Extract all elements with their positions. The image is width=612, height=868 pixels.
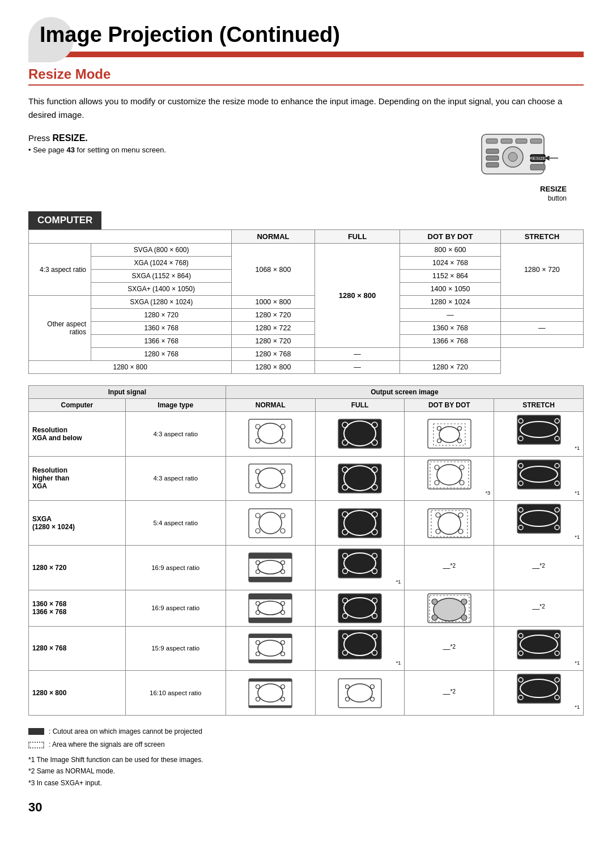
screen-normal-1360768 <box>226 590 315 626</box>
dbd-sxgaplus: 1400 × 1050 <box>400 283 500 296</box>
svg-rect-2 <box>501 139 512 143</box>
svg-rect-77 <box>431 510 468 537</box>
svg-point-107 <box>256 601 260 605</box>
table-row: 4:3 aspect ratio SVGA (800 × 600) 1068 ×… <box>29 244 584 257</box>
image-type-54: 5:4 aspect ratio <box>125 501 226 546</box>
screen-normal-xga <box>226 412 315 457</box>
title-accent-bar <box>28 52 584 57</box>
computer-1280800: 1280 × 800 <box>29 671 126 716</box>
normal-1280768: 1280 × 768 <box>232 348 314 361</box>
svg-rect-12 <box>530 164 545 170</box>
table-row: 1366 × 768 1280 × 720 1366 × 768 <box>29 335 584 348</box>
aspect-label-43: 4:3 aspect ratio <box>29 244 91 296</box>
stretch-1366768 <box>500 335 583 348</box>
svg-point-157 <box>370 697 374 701</box>
svg-point-110 <box>281 610 285 614</box>
screen-normal-higher <box>226 456 315 501</box>
res-sxgaplus: SXGA+ (1400 × 1050) <box>91 283 232 296</box>
normal-43-group: 1068 × 800 <box>232 244 314 296</box>
svg-point-82 <box>458 529 463 534</box>
svg-text:RESIZE: RESIZE <box>530 156 546 161</box>
svg-rect-83 <box>517 504 560 533</box>
svg-point-81 <box>436 529 440 534</box>
svg-rect-138 <box>517 630 560 659</box>
press-resize-subtitle: • See page 43 for setting on menu screen… <box>28 146 448 154</box>
svg-point-120 <box>432 599 437 605</box>
svg-rect-45 <box>338 464 381 493</box>
svg-point-119 <box>434 598 465 621</box>
dash2-dbd-1280800: —*2 <box>443 690 456 698</box>
dbd-note-3: *3 <box>408 490 490 499</box>
svg-point-148 <box>256 684 260 688</box>
svg-rect-90 <box>249 553 292 559</box>
svg-point-156 <box>345 697 349 701</box>
svg-rect-91 <box>249 577 292 582</box>
svg-point-151 <box>281 697 285 701</box>
svg-point-17 <box>280 424 285 429</box>
res-sxga: SXGA (1152 × 864) <box>91 270 232 283</box>
legend-dotted-text: : Area where the signals are off screen <box>49 739 165 750</box>
press-resize-title: Press RESIZE. <box>28 133 448 143</box>
dbd-1366768: 1366 × 768 <box>400 335 500 348</box>
screen-full-xga <box>315 412 405 457</box>
svg-point-53 <box>437 465 462 485</box>
svg-rect-104 <box>249 594 292 599</box>
screen-stretch-higher: *1 <box>494 456 584 501</box>
computer-higher-xga: Resolutionhigher thanXGA <box>29 456 126 501</box>
stretch-note-1280768: *1 <box>498 660 580 669</box>
svg-point-31 <box>437 439 441 443</box>
svg-rect-3 <box>516 139 527 143</box>
svg-point-108 <box>281 601 285 605</box>
col-image-type: Image type <box>125 399 226 412</box>
screen-stretch-1280768: *1 <box>494 626 584 671</box>
legend-dotted-icon <box>28 742 44 748</box>
table-row: 1360 × 768 1280 × 722 1360 × 768 — <box>29 322 584 335</box>
screen-full-1280720: *1 <box>315 545 405 590</box>
stretch-note-1280800: *1 <box>498 704 580 713</box>
dbd-1280800: — <box>314 361 400 374</box>
svg-rect-20 <box>338 419 381 448</box>
stretch-1280720 <box>500 309 583 322</box>
svg-rect-126 <box>249 659 292 663</box>
remote-svg: RESIZE <box>476 133 567 184</box>
screen-normal-sxga <box>226 501 315 546</box>
screen-dbd-1280720: —*2 <box>405 545 494 590</box>
dbd-1360768: 1360 × 768 <box>400 322 500 335</box>
res-svga: SVGA (800 × 600) <box>91 244 232 257</box>
dbd-sxga1024: 1280 × 1024 <box>400 296 500 309</box>
screen-stretch-sxga: *1 <box>494 501 584 546</box>
svg-point-129 <box>281 640 285 644</box>
svg-point-153 <box>347 684 372 702</box>
svg-point-15 <box>258 423 283 444</box>
svg-rect-9 <box>486 163 499 167</box>
svg-point-78 <box>438 513 461 534</box>
svg-point-65 <box>259 512 282 534</box>
stretch-1360768: — <box>500 322 583 335</box>
screen-dbd-1280768: —*2 <box>405 626 494 671</box>
legend-item-dotted: : Area where the signals are off screen <box>28 739 584 750</box>
stretch-sxga1024 <box>500 296 583 309</box>
stretch-43: 1280 × 720 <box>500 244 583 296</box>
svg-rect-124 <box>249 634 292 663</box>
svg-point-43 <box>256 483 260 488</box>
input-signal-header: Input signal <box>29 386 226 399</box>
col-stretch2: STRETCH <box>494 399 584 412</box>
resize-label: RESIZE <box>540 185 567 193</box>
svg-rect-1 <box>486 139 498 143</box>
svg-point-68 <box>256 529 260 533</box>
col-computer: Computer <box>29 399 126 412</box>
res-1360768: 1360 × 768 <box>91 322 232 335</box>
col-dotbydot: DOT BY DOT <box>400 230 500 244</box>
screen-dbd-1280800: —*2 <box>405 671 494 716</box>
resize-sublabel: button <box>548 194 567 202</box>
svg-point-18 <box>256 439 260 443</box>
col-dotbydot2: DOT BY DOT <box>405 399 494 412</box>
output-row-sxga: SXGA(1280 × 1024) 5:4 aspect ratio <box>29 501 584 546</box>
svg-point-147 <box>258 684 283 702</box>
stretch-note-1: *1 <box>498 445 580 454</box>
screen-full-1360768 <box>315 590 405 626</box>
press-resize-text: Press RESIZE. • See page 43 for setting … <box>28 133 448 154</box>
title-container: Image Projection (Continued) <box>28 17 584 47</box>
svg-point-109 <box>256 610 260 614</box>
col-stretch: STRETCH <box>500 230 583 244</box>
